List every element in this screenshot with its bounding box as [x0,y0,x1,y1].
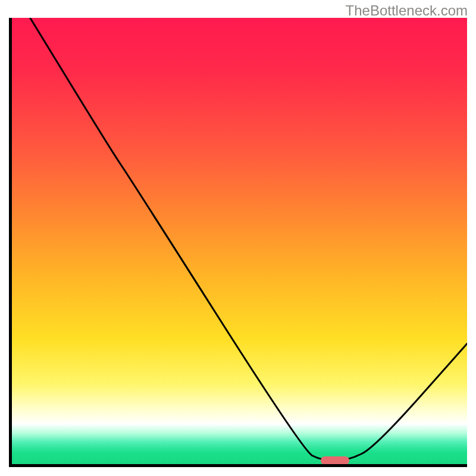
bottleneck-curve [12,18,467,464]
bottleneck-marker [321,456,349,465]
watermark-text: TheBottleneck.com [346,2,468,19]
chart-stage: TheBottleneck.com [0,0,476,476]
plot-area [9,18,467,467]
